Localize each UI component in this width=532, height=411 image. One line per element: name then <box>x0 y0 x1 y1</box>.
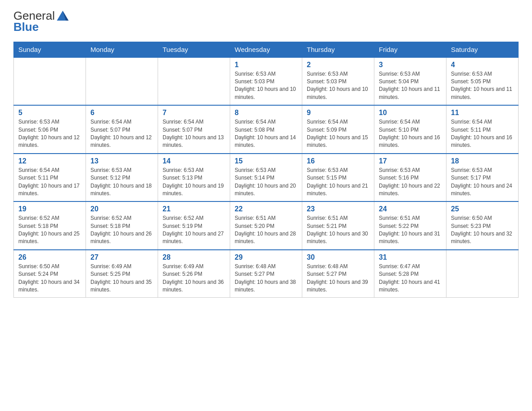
day-info: Sunrise: 6:52 AMSunset: 5:19 PMDaylight:… <box>163 214 225 246</box>
day-number: 4 <box>451 61 514 69</box>
calendar-cell: 27Sunrise: 6:49 AMSunset: 5:25 PMDayligh… <box>86 250 158 298</box>
calendar-cell: 10Sunrise: 6:54 AMSunset: 5:10 PMDayligh… <box>374 105 446 154</box>
day-info: Sunrise: 6:54 AMSunset: 5:07 PMDaylight:… <box>90 118 153 150</box>
calendar-cell: 28Sunrise: 6:49 AMSunset: 5:26 PMDayligh… <box>158 250 230 298</box>
day-number: 2 <box>307 61 369 69</box>
day-number: 22 <box>235 205 297 213</box>
calendar-cell: 11Sunrise: 6:54 AMSunset: 5:11 PMDayligh… <box>446 105 519 154</box>
calendar-cell: 26Sunrise: 6:50 AMSunset: 5:24 PMDayligh… <box>14 250 86 298</box>
calendar-cell <box>14 57 86 106</box>
calendar-cell: 7Sunrise: 6:54 AMSunset: 5:07 PMDaylight… <box>158 105 230 154</box>
day-number: 26 <box>18 253 81 261</box>
calendar-cell: 4Sunrise: 6:53 AMSunset: 5:05 PMDaylight… <box>446 57 519 106</box>
day-info: Sunrise: 6:53 AMSunset: 5:16 PMDaylight:… <box>379 167 442 198</box>
calendar-cell: 3Sunrise: 6:53 AMSunset: 5:04 PMDaylight… <box>374 57 446 106</box>
calendar-cell: 22Sunrise: 6:51 AMSunset: 5:20 PMDayligh… <box>230 201 302 250</box>
day-number: 8 <box>235 109 297 117</box>
day-number: 29 <box>235 253 297 261</box>
header-sunday: Sunday <box>14 42 86 57</box>
calendar-cell: 12Sunrise: 6:54 AMSunset: 5:11 PMDayligh… <box>14 154 86 202</box>
day-info: Sunrise: 6:53 AMSunset: 5:14 PMDaylight:… <box>235 167 297 198</box>
day-number: 5 <box>18 109 81 117</box>
day-info: Sunrise: 6:54 AMSunset: 5:11 PMDaylight:… <box>18 167 81 198</box>
header-thursday: Thursday <box>302 42 374 57</box>
calendar-cell: 2Sunrise: 6:53 AMSunset: 5:03 PMDaylight… <box>302 57 374 106</box>
day-info: Sunrise: 6:47 AMSunset: 5:28 PMDaylight:… <box>379 263 442 294</box>
calendar-cell: 5Sunrise: 6:53 AMSunset: 5:06 PMDaylight… <box>14 105 86 154</box>
calendar-cell: 8Sunrise: 6:54 AMSunset: 5:08 PMDaylight… <box>230 105 302 154</box>
day-number: 3 <box>379 61 442 69</box>
day-number: 19 <box>18 205 81 213</box>
calendar-cell <box>158 57 230 106</box>
calendar-cell: 29Sunrise: 6:48 AMSunset: 5:27 PMDayligh… <box>230 250 302 298</box>
calendar-cell: 31Sunrise: 6:47 AMSunset: 5:28 PMDayligh… <box>374 250 446 298</box>
day-info: Sunrise: 6:52 AMSunset: 5:18 PMDaylight:… <box>90 214 153 246</box>
day-number: 28 <box>163 253 225 261</box>
calendar-cell: 17Sunrise: 6:53 AMSunset: 5:16 PMDayligh… <box>374 154 446 202</box>
calendar-cell: 1Sunrise: 6:53 AMSunset: 5:03 PMDaylight… <box>230 57 302 106</box>
calendar-cell: 20Sunrise: 6:52 AMSunset: 5:18 PMDayligh… <box>86 201 158 250</box>
calendar-cell: 15Sunrise: 6:53 AMSunset: 5:14 PMDayligh… <box>230 154 302 202</box>
calendar-cell: 25Sunrise: 6:50 AMSunset: 5:23 PMDayligh… <box>446 201 519 250</box>
calendar-cell <box>446 250 519 298</box>
calendar-cell <box>86 57 158 106</box>
day-info: Sunrise: 6:52 AMSunset: 5:18 PMDaylight:… <box>18 214 81 246</box>
calendar-cell: 6Sunrise: 6:54 AMSunset: 5:07 PMDaylight… <box>86 105 158 154</box>
logo: General Blue <box>13 9 69 34</box>
day-number: 1 <box>235 61 297 69</box>
day-number: 23 <box>307 205 369 213</box>
calendar-cell: 23Sunrise: 6:51 AMSunset: 5:21 PMDayligh… <box>302 201 374 250</box>
day-info: Sunrise: 6:51 AMSunset: 5:20 PMDaylight:… <box>235 214 297 246</box>
day-info: Sunrise: 6:53 AMSunset: 5:03 PMDaylight:… <box>307 70 369 102</box>
day-info: Sunrise: 6:53 AMSunset: 5:15 PMDaylight:… <box>307 167 369 198</box>
calendar-cell: 13Sunrise: 6:53 AMSunset: 5:12 PMDayligh… <box>86 154 158 202</box>
week-row-1: 1Sunrise: 6:53 AMSunset: 5:03 PMDaylight… <box>14 57 519 106</box>
header-wednesday: Wednesday <box>230 42 302 57</box>
day-info: Sunrise: 6:53 AMSunset: 5:13 PMDaylight:… <box>163 167 225 198</box>
day-info: Sunrise: 6:53 AMSunset: 5:04 PMDaylight:… <box>379 70 442 102</box>
week-row-4: 19Sunrise: 6:52 AMSunset: 5:18 PMDayligh… <box>14 201 519 250</box>
calendar-cell: 18Sunrise: 6:53 AMSunset: 5:17 PMDayligh… <box>446 154 519 202</box>
calendar-cell: 19Sunrise: 6:52 AMSunset: 5:18 PMDayligh… <box>14 201 86 250</box>
day-number: 14 <box>163 157 225 165</box>
weekday-header-row: Sunday Monday Tuesday Wednesday Thursday… <box>14 42 519 57</box>
week-row-2: 5Sunrise: 6:53 AMSunset: 5:06 PMDaylight… <box>14 105 519 154</box>
day-info: Sunrise: 6:53 AMSunset: 5:03 PMDaylight:… <box>235 70 297 102</box>
day-info: Sunrise: 6:50 AMSunset: 5:23 PMDaylight:… <box>451 214 514 246</box>
day-number: 7 <box>163 109 225 117</box>
calendar-cell: 30Sunrise: 6:48 AMSunset: 5:27 PMDayligh… <box>302 250 374 298</box>
day-number: 25 <box>451 205 514 213</box>
day-number: 30 <box>307 253 369 261</box>
day-number: 21 <box>163 205 225 213</box>
day-number: 27 <box>90 253 153 261</box>
day-info: Sunrise: 6:50 AMSunset: 5:24 PMDaylight:… <box>18 263 81 294</box>
header-tuesday: Tuesday <box>158 42 230 57</box>
header-friday: Friday <box>374 42 446 57</box>
day-number: 9 <box>307 109 369 117</box>
day-info: Sunrise: 6:54 AMSunset: 5:10 PMDaylight:… <box>379 118 442 150</box>
day-number: 12 <box>18 157 81 165</box>
day-info: Sunrise: 6:51 AMSunset: 5:22 PMDaylight:… <box>379 214 442 246</box>
header-monday: Monday <box>86 42 158 57</box>
calendar-cell: 16Sunrise: 6:53 AMSunset: 5:15 PMDayligh… <box>302 154 374 202</box>
day-number: 31 <box>379 253 442 261</box>
day-info: Sunrise: 6:48 AMSunset: 5:27 PMDaylight:… <box>307 263 369 294</box>
day-info: Sunrise: 6:54 AMSunset: 5:07 PMDaylight:… <box>163 118 225 150</box>
header-saturday: Saturday <box>446 42 519 57</box>
day-info: Sunrise: 6:53 AMSunset: 5:12 PMDaylight:… <box>90 167 153 198</box>
day-number: 17 <box>379 157 442 165</box>
day-number: 11 <box>451 109 514 117</box>
day-info: Sunrise: 6:54 AMSunset: 5:09 PMDaylight:… <box>307 118 369 150</box>
calendar-cell: 14Sunrise: 6:53 AMSunset: 5:13 PMDayligh… <box>158 154 230 202</box>
day-info: Sunrise: 6:48 AMSunset: 5:27 PMDaylight:… <box>235 263 297 294</box>
week-row-5: 26Sunrise: 6:50 AMSunset: 5:24 PMDayligh… <box>14 250 519 298</box>
day-info: Sunrise: 6:54 AMSunset: 5:08 PMDaylight:… <box>235 118 297 150</box>
day-number: 13 <box>90 157 153 165</box>
day-number: 24 <box>379 205 442 213</box>
calendar-table: Sunday Monday Tuesday Wednesday Thursday… <box>13 42 519 298</box>
header: General Blue <box>13 9 519 34</box>
calendar-cell: 9Sunrise: 6:54 AMSunset: 5:09 PMDaylight… <box>302 105 374 154</box>
day-number: 18 <box>451 157 514 165</box>
week-row-3: 12Sunrise: 6:54 AMSunset: 5:11 PMDayligh… <box>14 154 519 202</box>
page: General Blue Sunday Monday Tuesday Wedne… <box>0 0 532 307</box>
